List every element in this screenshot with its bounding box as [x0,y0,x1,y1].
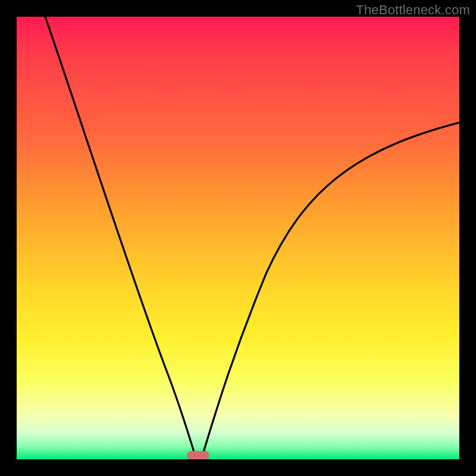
bottleneck-curve [17,17,459,459]
curve-path [45,17,459,456]
chart-frame: TheBottleneck.com [0,0,476,476]
optimal-marker [187,451,209,459]
watermark-text: TheBottleneck.com [356,2,470,18]
plot-area [17,17,459,459]
